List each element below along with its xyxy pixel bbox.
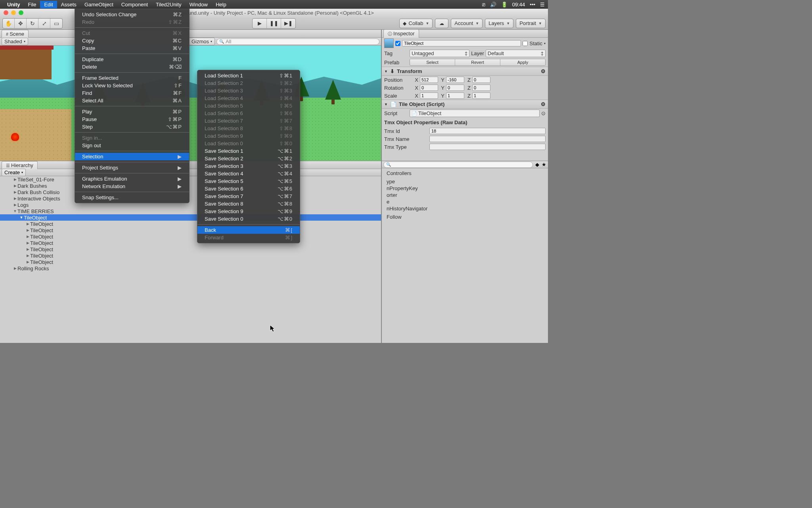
project-list-item[interactable]: nHistoryNavigator	[387, 205, 543, 212]
project-icon-a[interactable]: ◆	[535, 162, 539, 167]
menu-item[interactable]: Project Settings▶	[75, 164, 189, 171]
project-search[interactable]: 🔍	[383, 162, 533, 168]
hierarchy-item[interactable]: ▶TileSet_01-Fore	[0, 176, 381, 183]
rot-z-input[interactable]	[472, 85, 490, 91]
tileobject-fold-icon[interactable]: ▼	[384, 102, 388, 106]
layout-dropdown[interactable]: Portrait▼	[516, 19, 546, 28]
hand-tool-button[interactable]: ✋	[3, 19, 15, 28]
rot-x-input[interactable]	[420, 85, 438, 91]
notification-icon[interactable]: ☰	[540, 2, 545, 8]
screencast-icon[interactable]: ⎚	[482, 2, 485, 8]
hierarchy-item[interactable]: ▶Dark Bush Collisio	[0, 189, 381, 195]
hierarchy-item[interactable]: ▶TileObject	[0, 221, 381, 227]
scene-view[interactable]	[0, 46, 381, 161]
project-icon-b[interactable]: ★	[542, 162, 546, 167]
volume-icon[interactable]: 🔊	[490, 2, 496, 8]
transform-fold-icon[interactable]: ▼	[384, 69, 388, 73]
layer-dropdown[interactable]: Default‡	[486, 50, 546, 57]
scale-tool-button[interactable]: ⤢	[38, 19, 50, 28]
hierarchy-item[interactable]: ▶TileObject	[0, 233, 381, 240]
collab-dropdown[interactable]: ◆ Collab▼	[399, 19, 433, 28]
close-window-button[interactable]	[4, 10, 8, 15]
hierarchy-item[interactable]: ▶TileObject	[0, 259, 381, 265]
prefab-apply-button[interactable]: Apply	[500, 59, 545, 65]
component-gear-icon[interactable]: ⚙	[541, 101, 546, 107]
tmxid-input[interactable]	[429, 128, 546, 134]
inspector-tab[interactable]: ⓘ Inspector	[383, 29, 419, 38]
gameobject-active-checkbox[interactable]	[395, 41, 400, 46]
scene-tab[interactable]: # Scene	[2, 30, 29, 38]
menu-item[interactable]: Save Selection 6⌥⌘6	[197, 185, 300, 192]
shading-dropdown[interactable]: Shaded▾	[2, 38, 28, 45]
project-list-item[interactable]: Follow	[387, 214, 543, 220]
scl-x-input[interactable]	[420, 92, 438, 99]
prefab-select-button[interactable]: Select	[410, 59, 455, 65]
menu-item[interactable]: Frame SelectedF	[75, 74, 189, 82]
menubar-assets[interactable]: Assets	[57, 1, 80, 8]
hierarchy-item[interactable]: ▶TileObject	[0, 240, 381, 246]
hierarchy-item[interactable]: ▶Dark Bushes	[0, 183, 381, 189]
project-list-item[interactable]: orter	[387, 192, 543, 198]
static-checkbox[interactable]	[523, 41, 528, 46]
project-list-item[interactable]: Controllers	[387, 170, 543, 177]
menu-item[interactable]: Snap Settings...	[75, 194, 189, 201]
prefab-revert-button[interactable]: Revert	[455, 59, 500, 65]
menu-item[interactable]: Network Emulation▶	[75, 183, 189, 190]
menu-item[interactable]: Sign out	[75, 142, 189, 149]
menubar-help[interactable]: Help	[212, 1, 230, 8]
menu-item[interactable]: Save Selection 0⌥⌘0	[197, 215, 300, 223]
cloud-button[interactable]: ☁	[435, 19, 448, 28]
menu-item[interactable]: Graphics Emulation▶	[75, 175, 189, 183]
rect-tool-button[interactable]: ▭	[50, 19, 62, 28]
step-button[interactable]: ▶❚	[281, 19, 295, 28]
play-button[interactable]: ▶	[253, 19, 267, 28]
account-dropdown[interactable]: Account▼	[451, 19, 483, 28]
menubar-component[interactable]: Component	[117, 1, 152, 8]
layers-dropdown[interactable]: Layers▼	[485, 19, 513, 28]
scl-y-input[interactable]	[446, 92, 464, 99]
script-field[interactable]: 📄 TileObject	[410, 110, 540, 117]
menu-item[interactable]: Find⌘F	[75, 89, 189, 97]
menu-item[interactable]: Lock View to Selected⇧F	[75, 82, 189, 89]
hierarchy-item[interactable]: ▶TileObject	[0, 227, 381, 233]
gizmos-dropdown[interactable]: Gizmos▾	[189, 38, 215, 45]
menubar-app[interactable]: Unity	[3, 1, 24, 8]
pause-button[interactable]: ❚❚	[267, 19, 281, 28]
menu-item[interactable]: Save Selection 3⌥⌘3	[197, 162, 300, 170]
hierarchy-item[interactable]: ▶Rolling Rocks	[0, 265, 381, 271]
project-list-item[interactable]: ype	[387, 178, 543, 185]
menu-item[interactable]: Step⌥⌘P	[75, 123, 189, 131]
menu-item[interactable]: Delete⌘⌫	[75, 63, 189, 71]
rot-y-input[interactable]	[446, 85, 464, 91]
menu-item[interactable]: Save Selection 1⌥⌘1	[197, 147, 300, 155]
menu-item[interactable]: Select All⌘A	[75, 97, 189, 104]
menu-item[interactable]: Save Selection 2⌥⌘2	[197, 155, 300, 162]
menu-item[interactable]: Save Selection 5⌥⌘5	[197, 177, 300, 185]
tmxname-input[interactable]	[429, 136, 546, 142]
scene-search[interactable]: 🔍All	[216, 38, 379, 45]
menu-item[interactable]: Paste⌘V	[75, 44, 189, 52]
menu-item[interactable]: Save Selection 9⌥⌘9	[197, 208, 300, 215]
spotlight-icon[interactable]: •••	[530, 2, 535, 8]
menu-item[interactable]: Save Selection 7⌥⌘7	[197, 192, 300, 200]
menu-item[interactable]: Duplicate⌘D	[75, 56, 189, 63]
pos-x-input[interactable]	[420, 77, 438, 83]
component-gear-icon[interactable]: ⚙	[541, 68, 546, 74]
minimize-window-button[interactable]	[11, 10, 16, 15]
clock[interactable]: 09:44	[512, 2, 525, 8]
hierarchy-item[interactable]: ▶TileObject	[0, 252, 381, 259]
hierarchy-item[interactable]: ▶Interactive Objects	[0, 195, 381, 202]
menu-item[interactable]: Save Selection 8⌥⌘8	[197, 200, 300, 208]
menubar-edit[interactable]: Edit	[40, 1, 57, 8]
rotate-tool-button[interactable]: ↻	[27, 19, 38, 28]
menu-item[interactable]: Back⌘[	[197, 226, 300, 234]
battery-icon[interactable]: 🔋	[501, 2, 508, 8]
hierarchy-tab[interactable]: ☰ Hierarchy	[2, 161, 38, 169]
menu-item[interactable]: Load Selection 1⇧⌘1	[197, 72, 300, 79]
move-tool-button[interactable]: ✥	[15, 19, 27, 28]
menubar-file[interactable]: File	[24, 1, 40, 8]
tmxtype-input[interactable]	[429, 144, 546, 150]
zoom-window-button[interactable]	[19, 10, 23, 15]
menu-item[interactable]: Play⌘P	[75, 108, 189, 115]
hierarchy-item[interactable]: ▼TIME BERRIES	[0, 208, 381, 214]
